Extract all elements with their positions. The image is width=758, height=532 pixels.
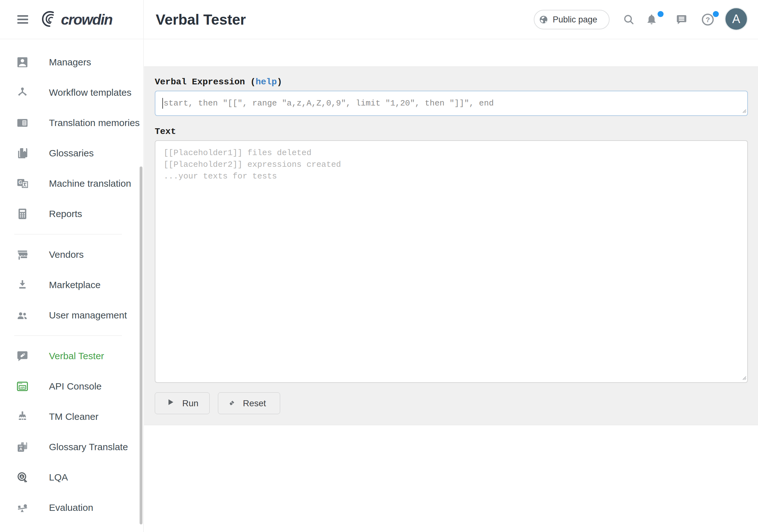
- storefront-icon: [16, 248, 29, 261]
- download-icon: [16, 278, 29, 292]
- sidebar-item-reports[interactable]: Reports: [0, 199, 143, 229]
- sidebar-divider: [14, 336, 122, 336]
- help-link[interactable]: help: [256, 77, 277, 87]
- search-icon[interactable]: [623, 13, 635, 27]
- sidebar-item-label: Evaluation: [49, 502, 93, 513]
- brush-icon: [16, 410, 29, 423]
- avatar-letter: A: [732, 13, 740, 25]
- translation-memory-icon: [16, 116, 29, 129]
- bell-icon[interactable]: [645, 13, 658, 26]
- calculator-icon: [16, 207, 29, 221]
- lqa-magnifier-icon: A: [16, 471, 29, 484]
- text-area-wrapper: [155, 140, 748, 383]
- crowdin-logo-mark-icon: [40, 10, 58, 29]
- sidebar-divider: [14, 234, 122, 234]
- svg-text:A: A: [20, 475, 23, 479]
- sidebar-item-workflow-templates[interactable]: Workflow templates: [0, 77, 143, 108]
- crowdin-logo[interactable]: crowdin: [40, 10, 112, 29]
- hamburger-menu-icon[interactable]: [17, 13, 28, 25]
- account-box-icon: [16, 55, 29, 69]
- main-content: Verbal Expression (help) Text: [144, 40, 758, 532]
- sidebar-item-managers[interactable]: Managers: [0, 47, 143, 77]
- sidebar-item-label: Machine translation: [49, 178, 131, 189]
- chat-icon[interactable]: [675, 13, 688, 27]
- text-caret: [162, 98, 163, 109]
- svg-text:?: ?: [706, 16, 710, 24]
- sidebar-item-label: Workflow templates: [49, 87, 131, 98]
- help-badge: [713, 11, 719, 17]
- sidebar: crowdin Managers: [0, 0, 144, 532]
- sidebar-item-label: Verbal Tester: [49, 351, 104, 361]
- workflow-icon: [16, 86, 29, 99]
- sidebar-logo-row: crowdin: [0, 0, 143, 39]
- eraser-icon: [228, 398, 237, 409]
- expression-input-wrapper: [155, 91, 748, 116]
- sidebar-item-translation-memories[interactable]: Translation memories: [0, 108, 143, 138]
- sidebar-item-label: Glossaries: [49, 148, 94, 159]
- sidebar-item-label: Marketplace: [49, 280, 100, 290]
- app-window: crowdin Managers: [0, 0, 758, 532]
- resize-grip-icon[interactable]: [742, 375, 746, 381]
- svg-text:G: G: [18, 180, 22, 185]
- verbal-tester-panel: Verbal Expression (help) Text: [144, 66, 758, 425]
- play-icon: [166, 398, 175, 408]
- reset-button[interactable]: Reset: [218, 392, 280, 414]
- expression-label: Verbal Expression (help): [155, 77, 282, 87]
- sidebar-item-tm-cleaner[interactable]: TM Cleaner: [0, 402, 143, 432]
- sidebar-item-evaluation[interactable]: Evaluation: [0, 492, 143, 523]
- sidebar-item-marketplace[interactable]: Marketplace: [0, 270, 143, 300]
- crowdin-logo-text: crowdin: [61, 11, 112, 28]
- sidebar-item-label: Reports: [49, 208, 82, 219]
- sidebar-item-label: LQA: [49, 472, 68, 483]
- top-header: Verbal Tester Public page: [144, 0, 758, 39]
- sidebar-item-verbal-tester[interactable]: Verbal Tester: [0, 341, 143, 371]
- sidebar-item-label: Vendors: [49, 249, 84, 260]
- sidebar-item-vendors[interactable]: Vendors: [0, 239, 143, 270]
- public-page-button[interactable]: Public page: [534, 10, 609, 29]
- sidebar-item-label: Translation memories: [49, 118, 140, 128]
- glossary-book-icon: [16, 147, 29, 160]
- sidebar-item-label: API Console: [49, 381, 102, 392]
- sidebar-item-lqa[interactable]: A LQA: [0, 462, 143, 492]
- sidebar-item-label: User management: [49, 310, 127, 321]
- sidebar-item-glossaries[interactable]: Glossaries: [0, 138, 143, 168]
- sidebar-item-label: Glossary Translate: [49, 442, 128, 452]
- balance-icon: [16, 501, 29, 514]
- verbal-tester-bubble-icon: [16, 349, 29, 363]
- sidebar-nav: Managers Workflow templates: [0, 39, 143, 523]
- notifications-badge: [658, 11, 664, 17]
- run-button[interactable]: Run: [155, 392, 210, 414]
- globe-icon: [538, 15, 549, 25]
- avatar[interactable]: A: [725, 7, 748, 31]
- glossary-translate-icon: A: [16, 441, 29, 454]
- people-icon: [16, 309, 29, 322]
- run-button-label: Run: [182, 398, 198, 408]
- sidebar-item-machine-translation[interactable]: G Machine translation: [0, 168, 143, 199]
- sidebar-item-label: TM Cleaner: [49, 411, 98, 422]
- sidebar-item-api-console[interactable]: API API Console: [0, 371, 143, 402]
- public-page-label: Public page: [553, 15, 597, 25]
- reset-button-label: Reset: [243, 398, 266, 408]
- svg-text:A: A: [19, 447, 22, 451]
- page-title: Verbal Tester: [156, 11, 246, 28]
- api-console-icon: API: [16, 380, 29, 393]
- text-area[interactable]: [155, 140, 748, 383]
- resize-grip-icon[interactable]: [742, 109, 746, 114]
- sidebar-item-label: Managers: [49, 57, 91, 68]
- sidebar-item-user-management[interactable]: User management: [0, 300, 143, 331]
- machine-translation-icon: G: [16, 177, 29, 190]
- sidebar-item-glossary-translate[interactable]: A Glossary Translate: [0, 432, 143, 462]
- text-label: Text: [155, 127, 176, 136]
- svg-text:API: API: [20, 386, 25, 389]
- sidebar-scrollbar[interactable]: [140, 166, 142, 524]
- button-row: Run Reset: [155, 392, 280, 414]
- expression-input[interactable]: [155, 91, 748, 116]
